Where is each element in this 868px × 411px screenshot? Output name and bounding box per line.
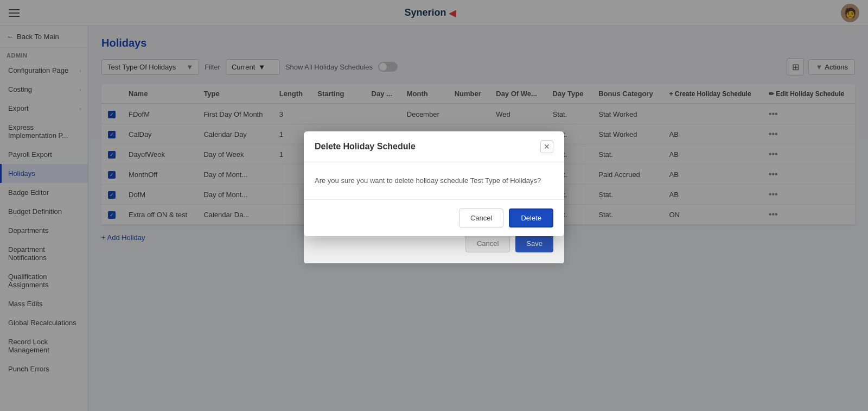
- modal-overlay: Edit Holiday Schedule Cancel Save Delete…: [0, 0, 868, 411]
- modal-title: Delete Holiday Schedule: [315, 142, 416, 151]
- edit-cancel-button[interactable]: Cancel: [465, 234, 510, 252]
- modal-message: Are you sure you want to delete holiday …: [315, 176, 541, 185]
- close-icon: ✕: [544, 142, 550, 151]
- modal-header: Delete Holiday Schedule ✕: [304, 131, 564, 162]
- modal-footer: Cancel Delete: [304, 199, 564, 236]
- delete-modal: Delete Holiday Schedule ✕ Are you sure y…: [304, 131, 564, 236]
- modal-close-button[interactable]: ✕: [540, 140, 553, 153]
- modal-body: Are you sure you want to delete holiday …: [304, 162, 564, 199]
- edit-save-button[interactable]: Save: [515, 234, 553, 252]
- cancel-button[interactable]: Cancel: [459, 208, 503, 227]
- delete-button[interactable]: Delete: [509, 208, 553, 227]
